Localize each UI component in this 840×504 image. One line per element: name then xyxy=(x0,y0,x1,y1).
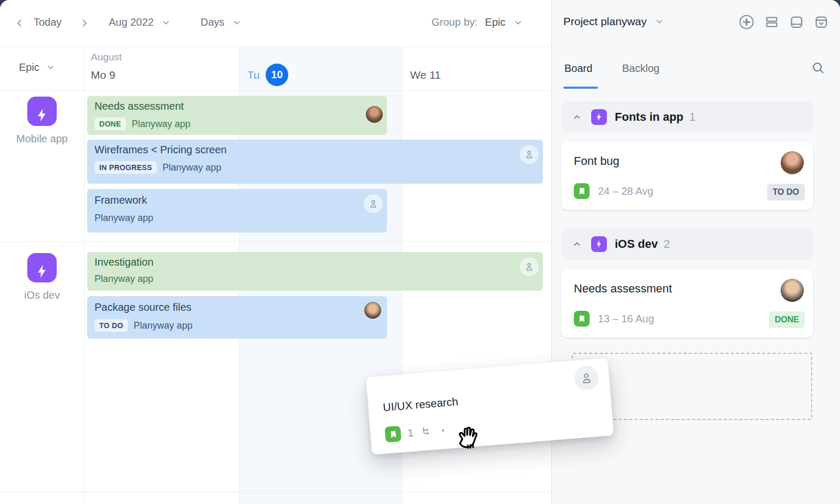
grab-hand-cursor xyxy=(453,423,484,456)
scale-dropdown-label: Days xyxy=(201,16,225,28)
timeline-card-package-source-files[interactable]: Package source files TO DO Planyway app xyxy=(87,296,387,339)
chevron-left-icon xyxy=(14,17,25,29)
assign-person-placeholder xyxy=(573,365,600,391)
card-title: Investigation xyxy=(94,256,153,268)
epic-row-mobile-app[interactable]: Mobile app xyxy=(0,97,84,145)
epic-icon xyxy=(27,97,57,126)
person-icon xyxy=(524,149,534,160)
card-dates: 13 – 16 Aug xyxy=(598,313,654,325)
timeline-card-wireframes[interactable]: Wireframes < Pricing screen IN PROGRESS … xyxy=(87,140,543,184)
day-header-tue: Tu xyxy=(247,69,260,81)
scale-dropdown[interactable]: Days xyxy=(201,16,242,28)
month-dropdown[interactable]: Aug 2022 xyxy=(109,16,171,28)
status-badge: IN PROGRESS xyxy=(94,161,157,174)
board-section-ios-dev[interactable]: iOS dev 2 xyxy=(561,228,813,260)
tab-backlog[interactable]: Backlog xyxy=(622,62,659,75)
epic-icon xyxy=(591,109,607,125)
search-button[interactable] xyxy=(811,61,825,75)
person-icon xyxy=(579,371,594,385)
card-title: Needs assessment xyxy=(94,100,184,112)
status-badge: TO DO xyxy=(94,319,128,332)
person-icon xyxy=(524,261,534,272)
section-count: 2 xyxy=(664,237,670,251)
timeline-card-investigation[interactable]: Investigation Planyway app xyxy=(87,252,543,291)
chevron-right-icon xyxy=(79,17,90,29)
today-date-badge: 10 xyxy=(266,64,288,86)
card-dates: 24 – 28 Avg xyxy=(598,185,653,197)
section-title: Fonts in app xyxy=(615,110,684,124)
today-button[interactable]: Today xyxy=(34,16,61,28)
grid-line xyxy=(0,242,551,242)
person-icon xyxy=(368,198,379,209)
board-card-font-bug[interactable]: Font bug 24 – 28 Avg TO DO xyxy=(561,142,813,210)
card-title: Needs assessment xyxy=(574,282,672,296)
lightning-bolt-icon xyxy=(594,239,604,249)
tab-board[interactable]: Board xyxy=(564,62,592,75)
panel-collapse-icon xyxy=(814,15,828,29)
day-header-mon: Mo 9 xyxy=(91,69,116,81)
panel-toolbar xyxy=(739,14,828,30)
status-badge: TO DO xyxy=(767,184,805,201)
group-by-value: Epic xyxy=(485,16,506,28)
timeline-card-needs-assessment[interactable]: Needs assessment DONE Planyway app xyxy=(87,96,387,135)
grid-line xyxy=(84,46,85,504)
month-dropdown-label: Aug 2022 xyxy=(109,16,154,28)
epic-row-ios-dev[interactable]: iOs dev xyxy=(0,253,84,301)
card-project: Planyway app xyxy=(94,213,153,224)
chevron-up-icon xyxy=(572,112,582,122)
add-task-button[interactable] xyxy=(739,14,754,30)
subtasks-branch-icon xyxy=(420,425,433,438)
collapse-panel-button[interactable] xyxy=(814,15,828,29)
assign-person-button[interactable] xyxy=(520,257,539,276)
board-section-fonts-in-app[interactable]: Fonts in app 1 xyxy=(561,101,813,133)
collapse-section-control[interactable] xyxy=(572,239,582,249)
group-by-label: Group by: xyxy=(432,16,478,28)
chevron-down-icon xyxy=(232,17,242,28)
assign-person-button[interactable] xyxy=(364,194,383,213)
epic-icon xyxy=(27,253,57,282)
plus-circle-icon xyxy=(739,14,754,30)
section-title: iOS dev xyxy=(615,237,658,251)
next-period-button[interactable] xyxy=(79,17,90,29)
planyway-app-window: Today Aug 2022 Days Group by: Epic Epic … xyxy=(0,0,840,504)
collapse-section-control[interactable] xyxy=(572,112,582,122)
epic-group-label: Epic xyxy=(19,61,39,74)
assignee-avatar xyxy=(781,151,804,174)
bookmark-icon xyxy=(387,429,398,439)
project-title: Project planyway xyxy=(563,15,647,28)
search-icon xyxy=(811,61,825,75)
lightning-bolt-icon xyxy=(594,112,604,122)
prev-period-button[interactable] xyxy=(14,17,25,29)
assignee-avatar xyxy=(366,106,383,123)
card-title: Framework xyxy=(94,194,147,206)
epic-group-dropdown[interactable]: Epic xyxy=(19,61,56,74)
chevron-down-icon xyxy=(654,16,665,27)
chevron-down-icon xyxy=(46,62,56,72)
bookmark-icon-badge xyxy=(384,426,401,443)
group-by-dropdown[interactable]: Group by: Epic xyxy=(432,16,523,28)
subtask-count: 1 xyxy=(407,426,414,439)
board-card-needs-assessment[interactable]: Needs assessment 13 – 16 Aug DONE xyxy=(561,269,813,338)
chevron-up-icon xyxy=(572,239,582,249)
bookmark-icon xyxy=(577,314,587,324)
bookmark-icon-badge xyxy=(574,183,590,199)
day-header-wed: We 11 xyxy=(410,69,441,81)
rows-icon xyxy=(764,15,779,29)
rows-view-button[interactable] xyxy=(764,15,779,29)
grid-line xyxy=(0,492,551,492)
card-project: Planyway app xyxy=(94,274,153,285)
grid-line xyxy=(0,46,551,47)
card-title: Font bug xyxy=(574,154,620,168)
status-badge: DONE xyxy=(94,118,126,130)
panel-layout-button[interactable] xyxy=(789,15,804,29)
card-title: UI/UX research xyxy=(383,395,459,414)
lightning-bolt-icon xyxy=(34,264,50,279)
assign-person-button[interactable] xyxy=(520,145,539,164)
project-dropdown[interactable]: Project planyway xyxy=(563,15,665,28)
timeline-card-framework[interactable]: Framework Planyway app xyxy=(87,189,387,233)
bookmark-icon xyxy=(577,186,587,196)
assignee-avatar xyxy=(364,302,381,319)
epic-name: iOs dev xyxy=(0,289,84,301)
bookmark-icon-badge xyxy=(574,311,590,327)
expand-caret-icon xyxy=(439,426,447,434)
